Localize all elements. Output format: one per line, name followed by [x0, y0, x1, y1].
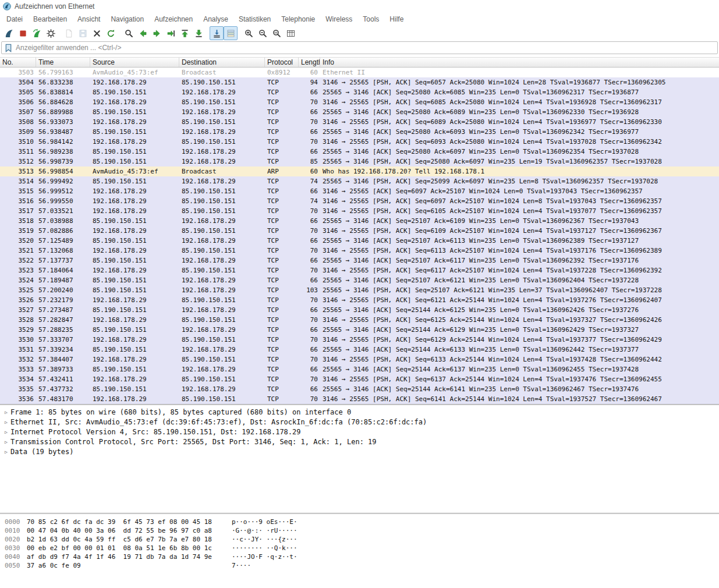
reload-button[interactable] — [104, 26, 118, 40]
close-file-button[interactable] — [90, 26, 104, 40]
packet-row[interactable]: 351056.984142192.168.178.2985.190.150.15… — [0, 137, 719, 147]
packet-row[interactable]: 350656.884628192.168.178.2985.190.150.15… — [0, 97, 719, 107]
packet-row[interactable]: 352457.18948785.190.150.151192.168.178.2… — [0, 275, 719, 285]
find-packet-button[interactable] — [122, 26, 136, 40]
packet-row[interactable]: 350556.83881485.190.150.151192.168.178.2… — [0, 87, 719, 97]
column-header-info[interactable]: Info — [320, 58, 719, 67]
packet-row[interactable]: 350956.93848785.190.150.151192.168.178.2… — [0, 127, 719, 137]
packet-row[interactable]: 351456.99949285.190.150.151192.168.178.2… — [0, 176, 719, 186]
expander-icon[interactable]: ▷ — [2, 408, 10, 417]
cell-time: 56.889988 — [36, 107, 90, 117]
hex-line[interactable]: 005037 a6 0c fe 097···· — [0, 561, 719, 570]
hex-bytes: af db d9 f7 4a 4f 1f 46 19 71 db 7a da 1… — [27, 552, 232, 561]
detail-line[interactable]: ▷Frame 1: 85 bytes on wire (680 bits), 8… — [0, 408, 719, 417]
menu-item-wireless[interactable]: Wireless — [320, 13, 357, 25]
column-header-no[interactable]: No. — [0, 58, 36, 67]
menu-item-navigation[interactable]: Navigation — [105, 13, 149, 25]
column-header-destination[interactable]: Destination — [179, 58, 265, 67]
packet-row[interactable]: 351556.999512192.168.178.2985.190.150.15… — [0, 186, 719, 196]
column-header-time[interactable]: Time — [36, 58, 90, 67]
shark-fin-icon — [4, 29, 14, 38]
menu-item-aufzeichnen[interactable]: Aufzeichnen — [149, 13, 198, 25]
detail-line[interactable]: ▷Data (19 bytes) — [0, 447, 719, 457]
hex-line[interactable]: 0040af db d9 f7 4a 4f 1f 46 19 71 db 7a … — [0, 552, 719, 561]
packet-row[interactable]: 352057.12548985.190.150.151192.168.178.2… — [0, 236, 719, 246]
menu-item-telephonie[interactable]: Telephonie — [276, 13, 320, 25]
packet-row[interactable]: 352857.282847192.168.178.2985.190.150.15… — [0, 315, 719, 325]
cell-no: 3536 — [0, 394, 36, 404]
packet-row[interactable]: 351356.998854AvmAudio_45:73:efBroadcastA… — [0, 167, 719, 176]
menu-item-bearbeiten[interactable]: Bearbeiten — [28, 13, 72, 25]
packet-row[interactable]: 351757.033521192.168.178.2985.190.150.15… — [0, 206, 719, 216]
packet-row[interactable]: 353657.483170192.168.178.2985.190.150.15… — [0, 394, 719, 404]
packet-row[interactable]: 351156.98923885.190.150.151192.168.178.2… — [0, 147, 719, 157]
packet-row[interactable]: 353457.432411192.168.178.2985.190.150.15… — [0, 374, 719, 384]
next-packet-button[interactable] — [150, 26, 164, 40]
packet-row[interactable]: 353157.33923485.190.150.151192.168.178.2… — [0, 345, 719, 355]
menu-item-ansicht[interactable]: Ansicht — [72, 13, 105, 25]
stop-capture-button[interactable] — [16, 26, 30, 40]
hex-line[interactable]: 0020b2 1d 63 dd 0c 4a 59 ff c5 d6 e7 7b … — [0, 535, 719, 544]
column-header-protocol[interactable]: Protocol — [265, 58, 299, 67]
colorize-toggle[interactable] — [224, 26, 238, 40]
detail-line[interactable]: ▷Transmission Control Protocol, Src Port… — [0, 437, 719, 447]
cell-length: 74 — [299, 196, 320, 206]
display-filter-input[interactable] — [16, 44, 714, 52]
packet-row[interactable]: 352557.20024085.190.150.151192.168.178.2… — [0, 285, 719, 295]
packet-row[interactable]: 352957.28823585.190.150.151192.168.178.2… — [0, 325, 719, 335]
first-packet-button[interactable] — [178, 26, 192, 40]
packet-row[interactable]: 350456.833238192.168.178.2985.190.150.15… — [0, 77, 719, 87]
packet-row[interactable]: 351957.082886192.168.178.2985.190.150.15… — [0, 226, 719, 236]
packet-row[interactable]: 351656.999550192.168.178.2985.190.150.15… — [0, 196, 719, 206]
bookmark-icon[interactable] — [5, 44, 12, 52]
packet-row[interactable]: 353357.38973385.190.150.151192.168.178.2… — [0, 364, 719, 374]
cell-source: 192.168.178.29 — [90, 196, 179, 206]
save-file-button[interactable] — [76, 26, 90, 40]
cell-time: 56.989238 — [36, 147, 90, 157]
goto-packet-button[interactable] — [164, 26, 178, 40]
stop-icon — [18, 29, 28, 38]
menu-item-statistiken[interactable]: Statistiken — [233, 13, 276, 25]
last-packet-button[interactable] — [192, 26, 206, 40]
expander-icon[interactable]: ▷ — [2, 427, 10, 437]
previous-packet-button[interactable] — [136, 26, 150, 40]
packet-row[interactable]: 350856.933073192.168.178.2985.190.150.15… — [0, 117, 719, 127]
detail-line[interactable]: ▷Internet Protocol Version 4, Src: 85.19… — [0, 427, 719, 437]
detail-line[interactable]: ▷Ethernet II, Src: AvmAudio_45:73:ef (dc… — [0, 417, 719, 427]
packet-row[interactable]: 353257.384407192.168.178.2985.190.150.15… — [0, 355, 719, 364]
zoom-in-button[interactable] — [242, 26, 256, 40]
zoom-out-button[interactable] — [256, 26, 270, 40]
expander-icon[interactable]: ▷ — [2, 447, 10, 457]
packet-row[interactable]: 352757.27348785.190.150.151192.168.178.2… — [0, 305, 719, 315]
packet-row[interactable]: 352257.13773785.190.150.151192.168.178.2… — [0, 256, 719, 265]
menu-item-hilfe[interactable]: Hilfe — [384, 13, 409, 25]
packet-row[interactable]: 351857.03898885.190.150.151192.168.178.2… — [0, 216, 719, 226]
restart-capture-button[interactable] — [30, 26, 44, 40]
menu-item-analyse[interactable]: Analyse — [198, 13, 233, 25]
expander-icon[interactable]: ▷ — [2, 417, 10, 427]
autoscroll-toggle[interactable] — [210, 26, 224, 40]
menu-item-tools[interactable]: Tools — [357, 13, 384, 25]
display-filter-field[interactable] — [1, 41, 718, 54]
packet-row[interactable]: 350756.88998885.190.150.151192.168.178.2… — [0, 107, 719, 117]
cell-info: 3146 → 25565 [PSH, ACK] Seq=6105 Ack=251… — [320, 206, 719, 216]
packet-row[interactable]: 350356.799163AvmAudio_45:73:efBroadcast0… — [0, 68, 719, 77]
open-file-button[interactable] — [62, 26, 76, 40]
capture-options-button[interactable] — [44, 26, 58, 40]
column-header-length[interactable]: Length — [299, 58, 320, 67]
expander-icon[interactable]: ▷ — [2, 437, 10, 447]
packet-row[interactable]: 352357.184064192.168.178.2985.190.150.15… — [0, 265, 719, 275]
column-header-source[interactable]: Source — [90, 58, 179, 67]
packet-row[interactable]: 351256.99873985.190.150.151192.168.178.2… — [0, 157, 719, 167]
hex-line[interactable]: 000070 85 c2 6f dc fa dc 39 6f 45 73 ef … — [0, 518, 719, 526]
hex-line[interactable]: 001000 47 04 0b 40 00 3a 06 dd 72 55 be … — [0, 526, 719, 535]
hex-line[interactable]: 003000 eb e2 bf 00 00 01 01 08 0a 51 1e … — [0, 544, 719, 552]
start-capture-button[interactable] — [2, 26, 16, 40]
zoom-reset-button[interactable] — [270, 26, 284, 40]
resize-columns-button[interactable] — [284, 26, 297, 40]
packet-row[interactable]: 353557.43773285.190.150.151192.168.178.2… — [0, 384, 719, 394]
packet-row[interactable]: 352157.132068192.168.178.2985.190.150.15… — [0, 246, 719, 256]
menu-item-datei[interactable]: Datei — [1, 13, 28, 25]
packet-row[interactable]: 352657.232179192.168.178.2985.190.150.15… — [0, 295, 719, 305]
packet-row[interactable]: 353057.333707192.168.178.2985.190.150.15… — [0, 335, 719, 345]
